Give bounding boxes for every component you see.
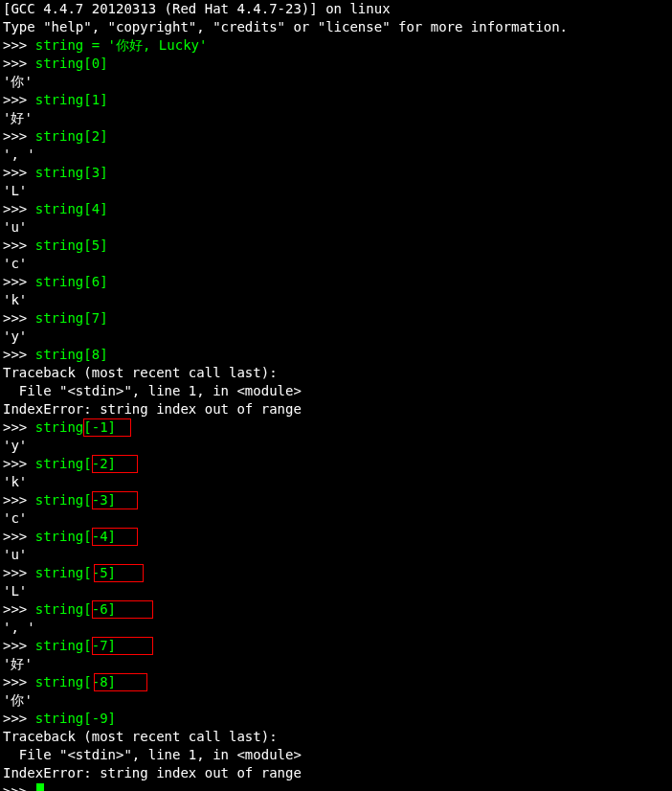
cmd-assign: >>> string = '你好, Lucky': [3, 36, 669, 55]
help-hint-line: Type "help", "copyright", "credits" or "…: [3, 18, 669, 36]
out-index-5: 'c': [3, 255, 669, 273]
traceback-l3: IndexError: string index out of range: [3, 400, 669, 418]
cmd-err-2: >>> string[-9]: [3, 710, 669, 728]
cmd-neg-4: >>> string[-4]: [3, 528, 669, 546]
cmd-index-0: >>> string[0]: [3, 55, 669, 73]
traceback2-l2: File "<stdin>", line 1, in <module>: [3, 746, 669, 764]
out-neg-3: 'c': [3, 509, 669, 528]
cmd-err-1: >>> string[8]: [3, 346, 669, 364]
cmd-neg-8: >>> string[-8]: [3, 673, 669, 691]
out-index-2: ', ': [3, 146, 669, 164]
cursor-icon: [36, 783, 44, 791]
cmd-neg-7: >>> string[-7]: [3, 637, 669, 655]
out-neg-7: '好': [3, 655, 669, 673]
cmd-neg-2: >>> string[-2]: [3, 455, 669, 473]
cmd-neg-1: >>> string[-1]: [3, 418, 669, 437]
cmd-index-5: >>> string[5]: [3, 237, 669, 255]
out-index-6: 'k': [3, 291, 669, 309]
cmd-neg-3: >>> string[-3]: [3, 491, 669, 509]
traceback2-l1: Traceback (most recent call last):: [3, 728, 669, 746]
out-index-3: 'L': [3, 182, 669, 200]
out-neg-1: 'y': [3, 437, 669, 455]
traceback-l1: Traceback (most recent call last):: [3, 364, 669, 382]
out-neg-6: ', ': [3, 619, 669, 637]
cmd-neg-6: >>> string[-6]: [3, 600, 669, 619]
prompt-active[interactable]: >>>: [3, 782, 669, 791]
out-neg-5: 'L': [3, 582, 669, 600]
out-neg-8: '你': [3, 691, 669, 710]
cmd-index-7: >>> string[7]: [3, 309, 669, 328]
cmd-index-1: >>> string[1]: [3, 91, 669, 109]
traceback2-l3: IndexError: string index out of range: [3, 764, 669, 782]
out-index-1: '好': [3, 109, 669, 127]
out-neg-2: 'k': [3, 473, 669, 491]
out-index-0: '你': [3, 73, 669, 91]
out-index-4: 'u': [3, 218, 669, 237]
cmd-index-2: >>> string[2]: [3, 127, 669, 146]
cmd-index-6: >>> string[6]: [3, 273, 669, 291]
out-index-7: 'y': [3, 328, 669, 346]
out-neg-4: 'u': [3, 546, 669, 564]
traceback-l2: File "<stdin>", line 1, in <module>: [3, 382, 669, 400]
cmd-index-4: >>> string[4]: [3, 200, 669, 218]
cmd-index-3: >>> string[3]: [3, 164, 669, 182]
terminal-output[interactable]: [GCC 4.4.7 20120313 (Red Hat 4.4.7-23)] …: [0, 0, 672, 791]
gcc-version-line: [GCC 4.4.7 20120313 (Red Hat 4.4.7-23)] …: [3, 0, 669, 18]
cmd-neg-5: >>> string[-5]: [3, 564, 669, 582]
